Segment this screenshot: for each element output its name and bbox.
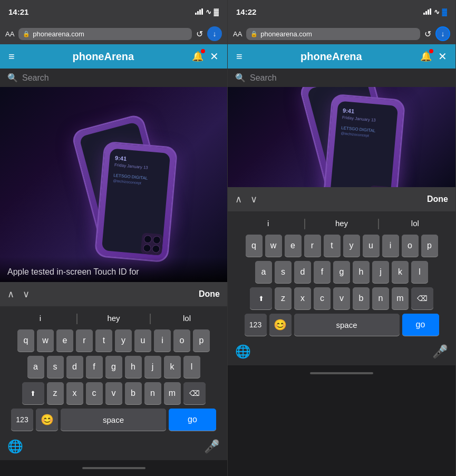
left-key-o[interactable]: o [173, 329, 190, 352]
right-suggestion-1[interactable]: i [232, 219, 305, 229]
right-aa-button[interactable]: AA [233, 30, 242, 38]
right-key-j[interactable]: j [372, 261, 389, 283]
left-key-y[interactable]: y [115, 329, 132, 352]
left-key-go[interactable]: go [169, 409, 216, 431]
right-key-m[interactable]: m [392, 287, 409, 309]
left-key-s[interactable]: s [47, 356, 64, 378]
right-key-123[interactable]: 123 [245, 314, 267, 336]
right-key-w[interactable]: w [265, 235, 282, 257]
left-key-delete[interactable]: ⌫ [183, 382, 206, 404]
left-key-v[interactable]: v [105, 382, 122, 404]
left-key-g[interactable]: g [105, 356, 122, 378]
right-refresh-icon[interactable]: ↺ [424, 29, 431, 39]
right-key-i[interactable]: i [382, 235, 399, 257]
right-key-c[interactable]: c [314, 287, 331, 309]
right-key-d[interactable]: d [294, 261, 311, 283]
right-key-x[interactable]: x [294, 287, 311, 309]
right-url-box[interactable]: 🔒 phonearena.com [246, 28, 420, 40]
right-globe-icon[interactable]: 🌐 [235, 344, 251, 359]
right-key-o[interactable]: o [402, 235, 419, 257]
left-key-c[interactable]: c [86, 382, 103, 404]
left-key-h[interactable]: h [125, 356, 142, 378]
right-suggestion-3[interactable]: lol [379, 219, 451, 229]
right-key-f[interactable]: f [314, 261, 331, 283]
left-key-q[interactable]: q [17, 329, 34, 352]
right-close-icon[interactable]: ✕ [438, 50, 447, 63]
left-suggestion-1[interactable]: i [4, 314, 77, 324]
left-aa-button[interactable]: AA [5, 30, 14, 38]
right-key-s[interactable]: s [275, 261, 292, 283]
right-hamburger-icon[interactable]: ≡ [236, 51, 242, 63]
right-suggestion-2[interactable]: hey [305, 219, 378, 229]
left-key-e[interactable]: e [56, 329, 73, 352]
right-key-go[interactable]: go [402, 314, 439, 336]
left-globe-icon[interactable]: 🌐 [7, 439, 23, 454]
left-key-a[interactable]: a [27, 356, 44, 378]
left-key-k[interactable]: k [164, 356, 181, 378]
left-key-x[interactable]: x [66, 382, 83, 404]
right-key-u[interactable]: u [363, 235, 380, 257]
left-suggestion-3[interactable]: lol [151, 314, 223, 324]
right-download-button[interactable]: ↓ [435, 26, 450, 41]
left-key-shift[interactable]: ⬆ [22, 382, 44, 404]
right-key-e[interactable]: e [285, 235, 302, 257]
right-key-g[interactable]: g [333, 261, 350, 283]
left-mic-icon[interactable]: 🎤 [204, 439, 220, 454]
right-find-up-icon[interactable]: ∧ [235, 193, 242, 205]
left-key-u[interactable]: u [134, 329, 151, 352]
left-close-icon[interactable]: ✕ [210, 50, 219, 63]
right-key-delete[interactable]: ⌫ [411, 287, 433, 309]
right-notification-dot [429, 49, 433, 53]
left-key-t[interactable]: t [95, 329, 112, 352]
right-mic-icon[interactable]: 🎤 [432, 344, 448, 359]
right-key-r[interactable]: r [304, 235, 321, 257]
right-key-shift[interactable]: ⬆ [250, 287, 272, 309]
left-refresh-icon[interactable]: ↺ [196, 29, 203, 39]
right-key-k[interactable]: k [392, 261, 409, 283]
left-phone-panel: 14:21 ∿ ▓ AA 🔒 phonearena.com ↺ ↓ ≡ phon… [0, 0, 228, 476]
right-key-z[interactable]: z [275, 287, 292, 309]
left-key-d[interactable]: d [66, 356, 83, 378]
left-key-space[interactable]: space [61, 409, 166, 431]
left-find-done-button[interactable]: Done [199, 289, 220, 299]
right-key-b[interactable]: b [353, 287, 370, 309]
left-key-p[interactable]: p [193, 329, 210, 352]
right-key-n[interactable]: n [372, 287, 389, 309]
left-key-j[interactable]: j [144, 356, 161, 378]
right-key-h[interactable]: h [353, 261, 370, 283]
right-key-emoji[interactable]: 😊 [269, 314, 292, 336]
right-find-done-button[interactable]: Done [427, 195, 448, 204]
left-key-l[interactable]: l [183, 356, 200, 378]
right-search-bar[interactable]: 🔍 Search [228, 69, 455, 87]
left-key-m[interactable]: m [164, 382, 181, 404]
left-key-b[interactable]: b [125, 382, 142, 404]
left-key-emoji[interactable]: 😊 [36, 409, 58, 431]
right-hero-image: 9:41 Friday January 13 LETSGO DIGITAL @t… [228, 87, 455, 187]
right-keyboard-bottom: 🌐 🎤 [230, 340, 453, 361]
left-key-123[interactable]: 123 [11, 409, 33, 431]
left-find-up-icon[interactable]: ∧ [7, 288, 14, 300]
left-key-n[interactable]: n [144, 382, 161, 404]
right-key-p[interactable]: p [421, 235, 438, 257]
left-suggestion-2[interactable]: hey [77, 314, 150, 324]
right-key-t[interactable]: t [324, 235, 341, 257]
right-key-y[interactable]: y [343, 235, 360, 257]
left-search-bar[interactable]: 🔍 Search [0, 69, 227, 87]
right-find-down-icon[interactable]: ∨ [250, 193, 257, 205]
right-key-q[interactable]: q [246, 235, 263, 257]
left-key-z[interactable]: z [47, 382, 64, 404]
right-key-l[interactable]: l [411, 261, 428, 283]
left-key-r[interactable]: r [76, 329, 93, 352]
right-key-space[interactable]: space [294, 314, 400, 336]
right-key-a[interactable]: a [255, 261, 272, 283]
left-key-w[interactable]: w [37, 329, 54, 352]
right-key-v[interactable]: v [333, 287, 350, 309]
left-bell-icon[interactable]: 🔔 [192, 51, 203, 62]
left-download-button[interactable]: ↓ [207, 26, 222, 41]
left-url-box[interactable]: 🔒 phonearena.com [18, 28, 192, 40]
left-key-f[interactable]: f [86, 356, 103, 378]
right-bell-icon[interactable]: 🔔 [420, 51, 432, 62]
left-key-i[interactable]: i [154, 329, 171, 352]
left-find-down-icon[interactable]: ∨ [23, 288, 30, 300]
left-hamburger-icon[interactable]: ≡ [8, 51, 15, 63]
